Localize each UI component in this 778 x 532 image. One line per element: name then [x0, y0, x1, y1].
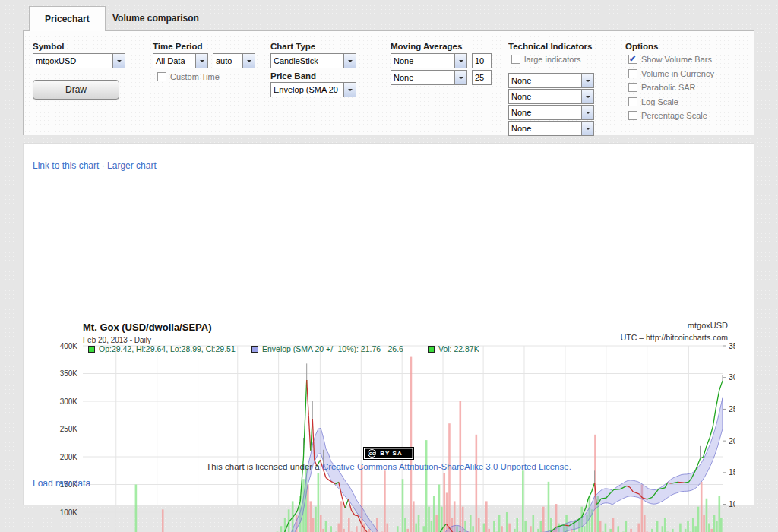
ohlc-swatch-icon [88, 346, 95, 353]
option-row-log-scale[interactable]: Log Scale [628, 97, 678, 106]
time-period-interval-select[interactable]: auto [213, 53, 255, 68]
technical-indicators-label: Technical Indicators [508, 42, 592, 51]
svg-text:350K: 350K [60, 369, 78, 378]
technical-indicator-select-2-value: None [509, 92, 581, 101]
dropdown-arrow-icon[interactable] [195, 54, 207, 68]
legend-ohlc-text: Op:29.42, Hi:29.64, Lo:28.99, Cl:29.51 [99, 344, 236, 353]
dropdown-arrow-icon[interactable] [112, 54, 125, 68]
chart-type-label: Chart Type [270, 42, 315, 51]
dropdown-arrow-icon[interactable] [581, 74, 593, 87]
moving-average-period-input-1[interactable] [472, 53, 492, 68]
link-separator: · [102, 160, 105, 171]
option-checkbox[interactable] [628, 55, 637, 64]
load-raw-data-link[interactable]: Load raw data [33, 478, 90, 489]
cc-by-sa-badge-icon[interactable]: cc BY-SA [363, 447, 413, 460]
draw-button[interactable]: Draw [33, 80, 119, 100]
svg-text:35: 35 [729, 342, 735, 350]
legend-volume: Vol: 22.87K [428, 344, 479, 353]
technical-indicator-select-3[interactable]: None [508, 105, 594, 120]
large-indicators-label: large indicators [524, 55, 581, 64]
svg-text:10: 10 [729, 499, 735, 508]
large-indicators-checkbox[interactable] [511, 55, 520, 64]
price-chart-canvas: 0K50K100K150K200K250K300K350K400K0510152… [58, 342, 735, 532]
cc-kind-text: BY-SA [380, 450, 402, 457]
chart-links-row: Link to this chart · Larger chart [33, 160, 157, 171]
time-period-label: Time Period [153, 42, 203, 51]
moving-average-select-1-value: None [391, 56, 454, 65]
chart-symbol-label: mtgoxUSD [688, 321, 728, 330]
price-band-label: Price Band [270, 71, 316, 81]
link-to-this-chart[interactable]: Link to this chart [33, 160, 99, 171]
large-indicators-checkbox-row[interactable]: large indicators [511, 55, 581, 64]
chart-title: Mt. Gox (USD/dwolla/SEPA) [83, 321, 212, 333]
custom-time-checkbox-row[interactable]: Custom Time [157, 72, 220, 81]
option-label: Percentage Scale [641, 111, 707, 120]
option-row-show-volume-bars[interactable]: Show Volume Bars [628, 55, 712, 64]
technical-indicator-select-3-value: None [509, 108, 581, 117]
dropdown-arrow-icon[interactable] [343, 54, 356, 68]
moving-average-select-2[interactable]: None [391, 70, 467, 85]
tab-volume-comparison[interactable]: Volume comparison [97, 6, 214, 31]
moving-average-select-1[interactable]: None [391, 53, 467, 68]
cc-circle-icon: cc [368, 449, 376, 458]
volume-swatch-icon [428, 346, 435, 353]
dropdown-arrow-icon[interactable] [343, 83, 356, 97]
license-text: This chart is licensed under a Creative … [24, 462, 754, 471]
option-checkbox[interactable] [628, 97, 637, 106]
svg-text:100K: 100K [60, 508, 78, 517]
moving-average-select-2-value: None [391, 73, 454, 82]
option-checkbox[interactable] [628, 69, 637, 78]
price-chart: Mt. Gox (USD/dwolla/SEPA) Feb 20, 2013 -… [58, 321, 735, 532]
moving-average-period-input-2[interactable] [472, 70, 492, 85]
chart-type-value: CandleStick [271, 56, 343, 65]
larger-chart-link[interactable]: Larger chart [107, 160, 157, 171]
tab-pricechart[interactable]: Pricechart [29, 6, 106, 31]
option-label: Volume in Currency [641, 69, 714, 78]
technical-indicator-select-1-value: None [509, 76, 581, 85]
chart-content-panel: Link to this chart · Larger chart Mt. Go… [23, 143, 754, 505]
dropdown-arrow-icon[interactable] [454, 71, 466, 84]
time-period-interval-value: auto [213, 56, 242, 65]
moving-averages-label: Moving Averages [391, 42, 462, 51]
chart-type-select[interactable]: CandleStick [270, 53, 356, 68]
time-period-range-select[interactable]: All Data [153, 53, 208, 68]
symbol-select-value: mtgoxUSD [33, 56, 112, 65]
options-label: Options [625, 42, 658, 51]
option-checkbox[interactable] [628, 83, 637, 92]
option-row-parabolic-sar[interactable]: Parabolic SAR [628, 83, 696, 92]
legend-envelope-text: Envelop (SMA 20 +/- 10%): 21.76 - 26.6 [262, 344, 403, 353]
svg-text:20: 20 [729, 436, 735, 445]
custom-time-checkbox[interactable] [157, 72, 166, 81]
dropdown-arrow-icon[interactable] [581, 106, 593, 119]
option-row-percentage-scale[interactable]: Percentage Scale [628, 111, 707, 120]
option-label: Parabolic SAR [641, 83, 696, 92]
dropdown-arrow-icon[interactable] [454, 54, 466, 68]
technical-indicator-select-4-value: None [509, 124, 581, 133]
legend-ohlc: Op:29.42, Hi:29.64, Lo:28.99, Cl:29.51 [88, 344, 236, 353]
technical-indicator-select-4[interactable]: None [508, 121, 594, 136]
legend-envelope: Envelop (SMA 20 +/- 10%): 21.76 - 26.6 [251, 344, 403, 353]
chart-timezone-source: UTC – http://bitcoincharts.com [621, 333, 728, 342]
option-label: Show Volume Bars [641, 55, 712, 64]
license-prefix: This chart is licensed under a [206, 462, 322, 471]
time-period-range-value: All Data [153, 56, 195, 65]
dropdown-arrow-icon[interactable] [242, 54, 255, 68]
bitcoincharts-page: Pricechart Volume comparison Symbol mtgo… [0, 0, 778, 532]
option-checkbox[interactable] [628, 111, 637, 120]
symbol-select[interactable]: mtgoxUSD [33, 53, 125, 68]
technical-indicator-select-2[interactable]: None [508, 89, 594, 104]
option-row-volume-in-currency[interactable]: Volume in Currency [628, 69, 714, 78]
technical-indicator-select-1[interactable]: None [508, 73, 594, 88]
price-band-value: Envelop (SMA 20 [271, 85, 343, 94]
option-label: Log Scale [641, 97, 678, 106]
price-band-select[interactable]: Envelop (SMA 20 [270, 82, 356, 97]
svg-text:400K: 400K [60, 342, 78, 350]
svg-text:30: 30 [729, 372, 735, 382]
dropdown-arrow-icon[interactable] [581, 122, 593, 135]
svg-text:250K: 250K [60, 425, 78, 433]
symbol-label: Symbol [33, 42, 65, 51]
envelope-swatch-icon [251, 346, 258, 353]
dropdown-arrow-icon[interactable] [581, 90, 593, 103]
chart-settings-panel: Symbol mtgoxUSD Draw Time Period All Dat… [23, 30, 754, 135]
license-link[interactable]: Creative Commons Attribution-ShareAlike … [322, 462, 571, 471]
